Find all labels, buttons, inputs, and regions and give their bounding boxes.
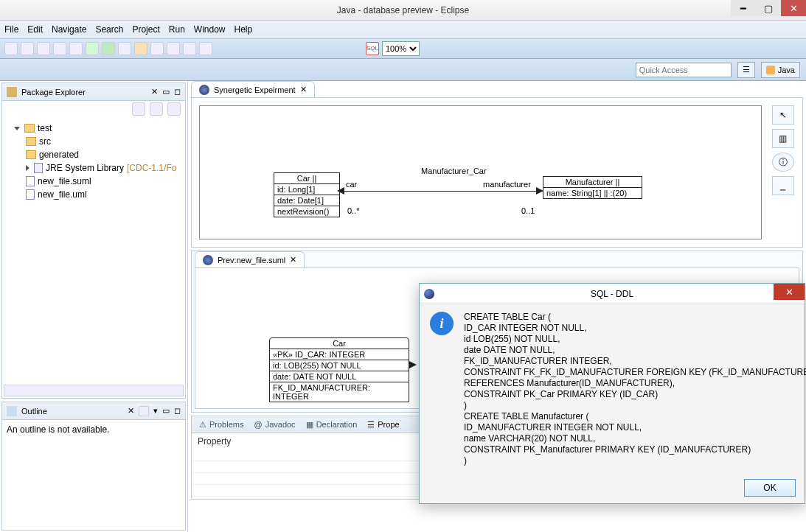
tab-properties[interactable]: ☰Prope (367, 420, 399, 430)
project-icon (24, 124, 35, 133)
editor-tab-icon (203, 255, 213, 265)
build-icon[interactable] (69, 42, 83, 55)
tree-item-jre[interactable]: JRE System Library (46, 163, 124, 173)
outline-message: An outline is not available. (2, 420, 185, 439)
view-close-icon[interactable]: ✕ (151, 87, 158, 97)
zoom-select[interactable]: 100% (382, 41, 420, 56)
sql-ddl-dialog: SQL - DDL ✕ i CREATE TABLE Car ( ID_CAR … (419, 283, 805, 504)
window-title: Java - database preview - Eclipse (337, 5, 469, 15)
new-icon[interactable] (4, 42, 18, 55)
uml-class-manufacturer[interactable]: Manufacturer || name: String[1] || :(20) (543, 176, 642, 199)
menu-navigate[interactable]: Navigate (52, 24, 86, 35)
editor-tab-preview[interactable]: Prev:new_file.suml ✕ (195, 251, 305, 267)
java-perspective-button[interactable]: Java (761, 62, 800, 78)
arrow-right-icon (409, 361, 417, 368)
editor-tab-close-icon[interactable]: ✕ (290, 255, 296, 265)
window-minimize-button[interactable]: ━ (731, 0, 756, 16)
menu-run[interactable]: Run (169, 24, 185, 35)
sql-icon[interactable]: SQL (366, 42, 379, 55)
uml-role-right: manufacturer (483, 180, 531, 189)
collapse-all-icon[interactable] (132, 102, 145, 116)
outline-toolbar-icon[interactable] (139, 406, 149, 416)
tab-declaration[interactable]: ▦Declaration (306, 420, 358, 430)
view-minimize-icon[interactable]: ▭ (162, 87, 170, 97)
dialog-title: SQL - DDL (591, 289, 633, 299)
view-minimize-icon[interactable]: ▭ (162, 406, 170, 416)
view-close-icon[interactable]: ✕ (128, 406, 134, 416)
palette-association-icon[interactable]: ⎯ (772, 176, 794, 195)
search-icon[interactable] (199, 42, 212, 55)
quick-access-input[interactable] (636, 63, 732, 77)
tab-problems[interactable]: ⚠Problems (199, 420, 243, 430)
view-menu-icon[interactable] (167, 102, 181, 116)
run-icon[interactable] (102, 42, 115, 55)
menu-help[interactable]: Help (234, 24, 253, 35)
uml-col: id: LOB(255) NOT NULL (270, 360, 409, 371)
coverage-icon[interactable] (118, 42, 131, 55)
print-icon[interactable] (53, 42, 66, 55)
window-maximize-button[interactable]: ▢ (756, 0, 781, 16)
editor-tab-close-icon[interactable]: ✕ (300, 85, 307, 94)
diagram-canvas[interactable]: Car || id: Long[1] date: Date[1] nextRev… (199, 105, 762, 239)
arrow-left-icon (337, 187, 344, 195)
ok-button[interactable]: OK (744, 479, 796, 497)
palette-select-icon[interactable]: ↖ (772, 105, 794, 125)
problems-icon: ⚠ (199, 420, 206, 430)
uml-mult-left: 0..* (347, 206, 360, 215)
debug-icon[interactable] (86, 42, 99, 55)
menu-file[interactable]: File (4, 24, 18, 35)
tree-item-suml[interactable]: new_file.suml (38, 176, 91, 186)
palette-class-icon[interactable]: ⓘ (772, 153, 794, 172)
javadoc-icon: @ (254, 420, 262, 429)
view-maximize-icon[interactable]: ◻ (174, 406, 181, 416)
diagram-editor-body[interactable]: Car || id: Long[1] date: Date[1] nextRev… (191, 97, 803, 248)
menu-window[interactable]: Window (194, 24, 226, 35)
uml-col: «PK» ID_CAR: INTEGER (270, 349, 409, 360)
editor-tab-synergetic[interactable]: Synergetic Expeirment ✕ (191, 81, 315, 97)
tree-item-src[interactable]: src (39, 136, 51, 147)
uml-table-car[interactable]: Car «PK» ID_CAR: INTEGER id: LOB(255) NO… (269, 337, 409, 402)
uml-table-car-name: Car (270, 338, 409, 349)
link-editor-icon[interactable] (150, 102, 163, 116)
menu-edit[interactable]: Edit (27, 24, 43, 35)
uml-class-car-name: Car || (274, 173, 339, 184)
package-explorer-tree[interactable]: test src generated JRE System Library [C… (2, 117, 185, 383)
editor-tab-icon (199, 85, 209, 95)
palette-marquee-icon[interactable]: ▥ (772, 129, 794, 148)
dialog-titlebar[interactable]: SQL - DDL ✕ (420, 284, 805, 304)
view-maximize-icon[interactable]: ◻ (174, 87, 181, 97)
save-all-icon[interactable] (37, 42, 50, 55)
uml-class-manufacturer-name: Manufacturer || (543, 177, 642, 188)
save-icon[interactable] (21, 42, 34, 55)
open-perspective-button[interactable]: ☰ (737, 62, 755, 78)
uml-class-car[interactable]: Car || id: Long[1] date: Date[1] nextRev… (274, 172, 340, 217)
tree-project[interactable]: test (38, 123, 52, 133)
tab-javadoc[interactable]: @Javadoc (254, 420, 295, 429)
new-class-icon[interactable] (150, 42, 164, 55)
properties-icon: ☰ (367, 420, 375, 430)
java-perspective-icon (766, 66, 775, 74)
uml-attr: id: Long[1] (274, 184, 339, 195)
main-toolbar: SQL 100% (0, 38, 806, 59)
view-menu-icon[interactable]: ▾ (153, 406, 158, 416)
new-package-icon[interactable] (134, 42, 147, 55)
menu-search[interactable]: Search (95, 24, 123, 35)
dialog-close-button[interactable]: ✕ (774, 284, 805, 300)
tree-item-generated[interactable]: generated (39, 150, 79, 160)
uml-role-left: car (346, 180, 357, 189)
horizontal-scrollbar[interactable] (4, 385, 184, 396)
open-task-icon[interactable] (183, 42, 196, 55)
package-explorer-title: Package Explorer (21, 88, 147, 97)
tree-item-uml[interactable]: new_file.uml (38, 189, 87, 200)
window-close-button[interactable]: ✕ (781, 0, 806, 16)
uml-association-line[interactable] (340, 191, 543, 192)
open-type-icon[interactable] (167, 42, 180, 55)
file-icon (26, 176, 35, 186)
menu-project[interactable]: Project (132, 24, 159, 35)
folder-icon (26, 150, 36, 159)
info-icon: i (430, 312, 454, 335)
uml-op: nextRevision() (274, 206, 339, 217)
menubar: File Edit Navigate Search Project Run Wi… (0, 21, 806, 38)
uml-attr: name: String[1] || :(20) (543, 188, 642, 198)
outline-title: Outline (21, 407, 123, 416)
